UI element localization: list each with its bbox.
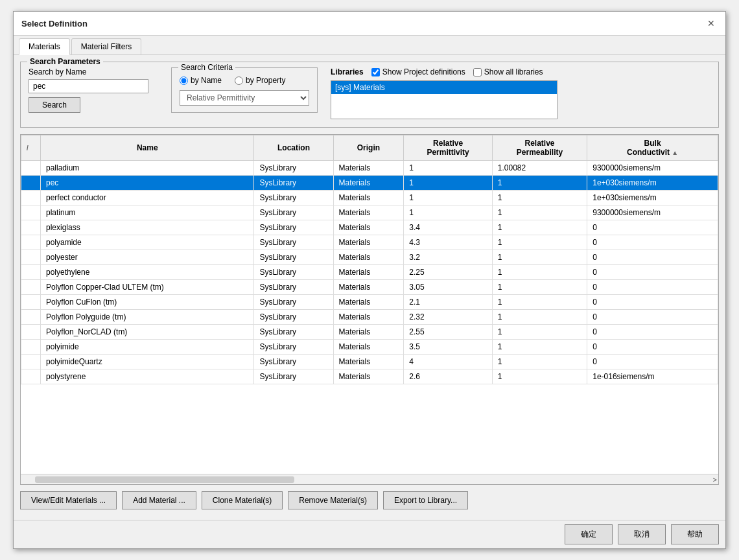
dialog-title: Select Definition: [21, 19, 88, 29]
col-location[interactable]: Location: [254, 135, 333, 161]
radio-row: by Name by Property: [180, 76, 309, 85]
table-row[interactable]: Polyflon Copper-Clad ULTEM (tm)SysLibrar…: [21, 280, 718, 295]
table-header-row: / Name Location Origin RelativePermittiv…: [21, 135, 718, 161]
col-sort[interactable]: /: [21, 135, 41, 161]
search-button[interactable]: Search: [29, 97, 80, 113]
table-row[interactable]: polystyreneSysLibraryMaterials2.611e-016…: [21, 369, 718, 384]
table-row[interactable]: palladiumSysLibraryMaterials11.000829300…: [21, 161, 718, 176]
horizontal-scrollbar[interactable]: >: [21, 474, 718, 484]
select-definition-dialog: Select Definition ✕ Materials Material F…: [13, 11, 726, 549]
search-by-name-section: Search by Name Search: [29, 67, 158, 113]
scroll-right-arrow[interactable]: >: [713, 476, 717, 484]
scrollbar-thumb[interactable]: [35, 476, 294, 483]
library-item-sys-materials[interactable]: [sys] Materials: [331, 81, 557, 94]
table-row[interactable]: plexiglassSysLibraryMaterials3.410: [21, 220, 718, 235]
materials-table: / Name Location Origin RelativePermittiv…: [21, 135, 718, 384]
confirm-button[interactable]: 确定: [565, 524, 613, 544]
search-criteria-group: Search Criteria by Name by Property Rela…: [171, 67, 318, 113]
radio-by-name[interactable]: by Name: [180, 76, 222, 85]
export-library-button[interactable]: Export to Library...: [383, 491, 468, 509]
table-row[interactable]: Polyflon Polyguide (tm)SysLibraryMateria…: [21, 310, 718, 325]
tab-materials[interactable]: Materials: [19, 38, 70, 55]
search-params-legend: Search Parameters: [27, 57, 103, 66]
col-bulk-conductivity[interactable]: BulkConductivit ▲: [587, 135, 718, 161]
view-edit-materials-button[interactable]: View/Edit Materials ...: [20, 491, 117, 509]
table-row[interactable]: polyimideQuartzSysLibraryMaterials410: [21, 355, 718, 369]
libraries-label: Libraries: [331, 67, 364, 76]
table-body: palladiumSysLibraryMaterials11.000829300…: [21, 161, 718, 384]
table-row[interactable]: polyethyleneSysLibraryMaterials2.2510: [21, 265, 718, 280]
property-select[interactable]: Relative Permittivity Relative Permeabil…: [180, 90, 309, 106]
table-row[interactable]: Polyflon_NorCLAD (tm)SysLibraryMaterials…: [21, 325, 718, 340]
footer-buttons: View/Edit Materials ... Add Material ...…: [20, 485, 719, 513]
bottom-row: 确定 取消 帮助: [14, 520, 725, 548]
libraries-list[interactable]: [sys] Materials: [331, 80, 557, 119]
search-params-inner: Search by Name Search Search Criteria by…: [29, 67, 710, 119]
remove-material-button[interactable]: Remove Material(s): [288, 491, 378, 509]
add-material-button[interactable]: Add Material ...: [122, 491, 196, 509]
tab-material-filters[interactable]: Material Filters: [71, 38, 142, 54]
clone-material-button[interactable]: Clone Material(s): [202, 491, 283, 509]
show-all-libraries-checkbox[interactable]: Show all libraries: [473, 67, 543, 76]
title-bar: Select Definition ✕: [14, 12, 725, 36]
table-row[interactable]: platinumSysLibraryMaterials119300000siem…: [21, 205, 718, 220]
col-rel-permeability[interactable]: RelativePermeability: [492, 135, 587, 161]
radio-by-property[interactable]: by Property: [235, 76, 285, 85]
col-rel-permittivity[interactable]: RelativePermittivity: [404, 135, 492, 161]
table-row[interactable]: polyimideSysLibraryMaterials3.510: [21, 340, 718, 355]
tabs-row: Materials Material Filters: [14, 36, 725, 55]
search-criteria-legend: Search Criteria: [178, 63, 235, 72]
table-row[interactable]: perfect conductorSysLibraryMaterials111e…: [21, 191, 718, 205]
show-project-definitions-checkbox[interactable]: Show Project definitions: [371, 67, 465, 76]
col-origin[interactable]: Origin: [333, 135, 404, 161]
table-row[interactable]: polyamideSysLibraryMaterials4.310: [21, 235, 718, 250]
content-area: Search Parameters Search by Name Search …: [14, 55, 725, 520]
libraries-section: Libraries Show Project definitions Show …: [331, 67, 710, 119]
col-name[interactable]: Name: [41, 135, 254, 161]
close-button[interactable]: ✕: [705, 17, 718, 30]
table-wrapper[interactable]: / Name Location Origin RelativePermittiv…: [21, 135, 718, 474]
libraries-header: Libraries Show Project definitions Show …: [331, 67, 710, 76]
table-row[interactable]: polyesterSysLibraryMaterials3.210: [21, 250, 718, 265]
cancel-button[interactable]: 取消: [618, 524, 666, 544]
search-input[interactable]: [29, 79, 148, 93]
search-params-group: Search Parameters Search by Name Search …: [20, 62, 719, 128]
table-container: / Name Location Origin RelativePermittiv…: [20, 134, 719, 485]
search-by-name-label: Search by Name: [29, 67, 158, 76]
help-button[interactable]: 帮助: [671, 524, 719, 544]
table-row[interactable]: pecSysLibraryMaterials111e+030siemens/m: [21, 176, 718, 191]
table-row[interactable]: Polyflon CuFlon (tm)SysLibraryMaterials2…: [21, 295, 718, 310]
